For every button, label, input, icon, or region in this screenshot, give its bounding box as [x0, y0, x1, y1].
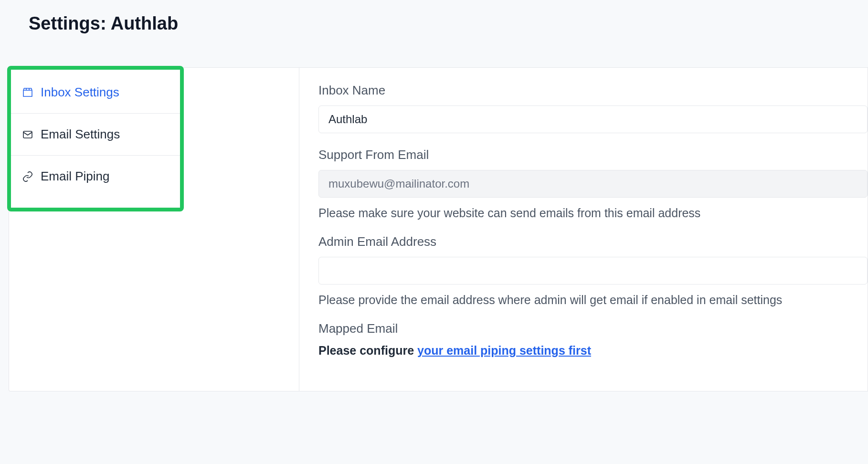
sidebar-highlight: Inbox Settings Email Settings Email Pipi…: [7, 66, 184, 211]
inbox-icon: [21, 86, 34, 99]
support-from-input[interactable]: [318, 170, 868, 198]
mapped-email-notice: Please configure your email piping setti…: [318, 344, 868, 358]
field-admin-email: Admin Email Address Please provide the e…: [318, 234, 868, 307]
page-header: Settings: Authlab: [0, 0, 868, 50]
sidebar-item-email-piping[interactable]: Email Piping: [11, 156, 180, 197]
notice-prefix: Please configure: [318, 344, 417, 357]
mail-icon: [21, 128, 34, 141]
field-mapped-email: Mapped Email Please configure your email…: [318, 321, 868, 358]
sidebar-item-email-settings[interactable]: Email Settings: [11, 114, 180, 156]
support-from-label: Support From Email: [318, 148, 868, 162]
email-piping-settings-link[interactable]: your email piping settings first: [417, 344, 591, 357]
sidebar-item-label: Email Settings: [41, 127, 120, 142]
settings-sidebar: Inbox Settings Email Settings Email Pipi…: [9, 67, 299, 391]
admin-email-help: Please provide the email address where a…: [318, 293, 868, 307]
page-title: Settings: Authlab: [29, 13, 839, 34]
content-wrap: Inbox Settings Email Settings Email Pipi…: [0, 67, 868, 391]
field-inbox-name: Inbox Name: [318, 83, 868, 133]
mapped-email-label: Mapped Email: [318, 321, 868, 336]
settings-form: Inbox Name Support From Email Please mak…: [299, 67, 868, 391]
admin-email-label: Admin Email Address: [318, 234, 868, 249]
inbox-name-input[interactable]: [318, 105, 868, 133]
sidebar-item-label: Email Piping: [41, 169, 110, 184]
sidebar-item-inbox-settings[interactable]: Inbox Settings: [11, 72, 180, 114]
svg-rect-0: [23, 131, 32, 138]
admin-email-input[interactable]: [318, 257, 868, 285]
link-icon: [21, 170, 34, 183]
field-support-from-email: Support From Email Please make sure your…: [318, 148, 868, 220]
support-from-help: Please make sure your website can send e…: [318, 206, 868, 220]
inbox-name-label: Inbox Name: [318, 83, 868, 98]
sidebar-item-label: Inbox Settings: [41, 85, 119, 100]
